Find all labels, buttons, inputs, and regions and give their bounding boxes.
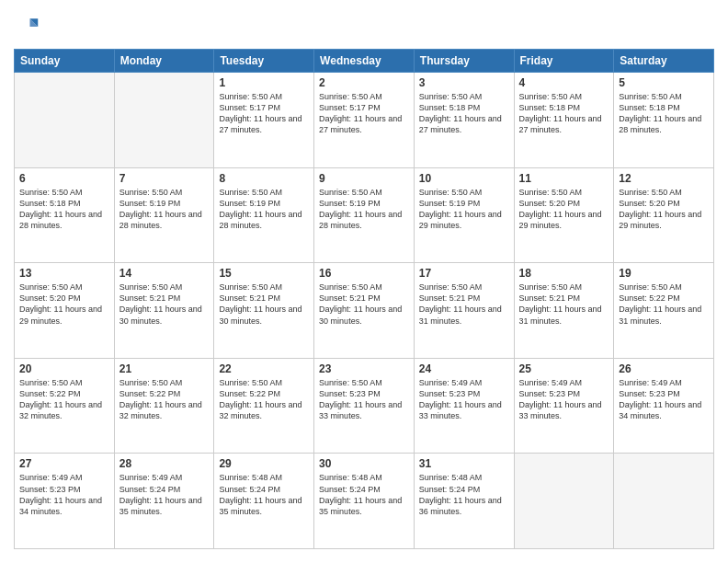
calendar-header-row: SundayMondayTuesdayWednesdayThursdayFrid… [15, 50, 714, 73]
week-row-2: 6Sunrise: 5:50 AM Sunset: 5:18 PM Daylig… [15, 167, 714, 263]
calendar-header-saturday: Saturday [614, 50, 714, 73]
day-info: Sunrise: 5:50 AM Sunset: 5:20 PM Dayligh… [519, 187, 609, 232]
day-number: 15 [219, 267, 309, 280]
day-number: 24 [419, 362, 509, 375]
calendar-cell [514, 454, 614, 549]
day-number: 1 [219, 76, 309, 89]
day-number: 20 [19, 362, 109, 375]
day-info: Sunrise: 5:50 AM Sunset: 5:21 PM Dayligh… [419, 282, 509, 327]
day-number: 22 [219, 362, 309, 375]
calendar-cell: 9Sunrise: 5:50 AM Sunset: 5:19 PM Daylig… [314, 167, 415, 263]
header [14, 14, 714, 40]
day-info: Sunrise: 5:50 AM Sunset: 5:19 PM Dayligh… [419, 187, 509, 232]
calendar-header-thursday: Thursday [414, 50, 514, 73]
day-number: 4 [519, 76, 609, 89]
calendar-cell: 14Sunrise: 5:50 AM Sunset: 5:21 PM Dayli… [114, 263, 214, 359]
day-info: Sunrise: 5:49 AM Sunset: 5:24 PM Dayligh… [119, 472, 210, 517]
calendar-cell: 22Sunrise: 5:50 AM Sunset: 5:22 PM Dayli… [214, 358, 314, 454]
day-info: Sunrise: 5:49 AM Sunset: 5:23 PM Dayligh… [519, 377, 609, 422]
calendar-cell: 26Sunrise: 5:49 AM Sunset: 5:23 PM Dayli… [614, 358, 714, 454]
day-number: 3 [419, 76, 509, 89]
day-info: Sunrise: 5:50 AM Sunset: 5:22 PM Dayligh… [619, 282, 709, 327]
calendar-cell: 29Sunrise: 5:48 AM Sunset: 5:24 PM Dayli… [214, 454, 314, 549]
day-number: 2 [319, 76, 409, 89]
day-number: 6 [19, 172, 109, 185]
calendar-header-friday: Friday [514, 50, 614, 73]
day-number: 23 [319, 362, 409, 375]
calendar-cell: 13Sunrise: 5:50 AM Sunset: 5:20 PM Dayli… [15, 263, 115, 359]
calendar-cell: 18Sunrise: 5:50 AM Sunset: 5:21 PM Dayli… [514, 263, 614, 359]
day-info: Sunrise: 5:48 AM Sunset: 5:24 PM Dayligh… [419, 472, 509, 517]
week-row-1: 1Sunrise: 5:50 AM Sunset: 5:17 PM Daylig… [15, 73, 714, 168]
day-number: 27 [19, 457, 109, 470]
day-info: Sunrise: 5:50 AM Sunset: 5:18 PM Dayligh… [619, 91, 709, 136]
calendar-cell: 7Sunrise: 5:50 AM Sunset: 5:19 PM Daylig… [114, 167, 214, 263]
day-number: 31 [419, 457, 509, 470]
week-row-5: 27Sunrise: 5:49 AM Sunset: 5:23 PM Dayli… [15, 454, 714, 549]
calendar-cell: 28Sunrise: 5:49 AM Sunset: 5:24 PM Dayli… [114, 454, 214, 549]
page: SundayMondayTuesdayWednesdayThursdayFrid… [0, 0, 728, 563]
day-number: 28 [119, 457, 210, 470]
calendar-header-wednesday: Wednesday [314, 50, 415, 73]
day-info: Sunrise: 5:49 AM Sunset: 5:23 PM Dayligh… [619, 377, 709, 422]
day-info: Sunrise: 5:50 AM Sunset: 5:20 PM Dayligh… [619, 187, 709, 232]
day-number: 18 [519, 267, 609, 280]
calendar-cell: 12Sunrise: 5:50 AM Sunset: 5:20 PM Dayli… [614, 167, 714, 263]
day-info: Sunrise: 5:50 AM Sunset: 5:20 PM Dayligh… [19, 282, 109, 327]
week-row-4: 20Sunrise: 5:50 AM Sunset: 5:22 PM Dayli… [15, 358, 714, 454]
day-info: Sunrise: 5:50 AM Sunset: 5:21 PM Dayligh… [519, 282, 609, 327]
calendar-cell: 11Sunrise: 5:50 AM Sunset: 5:20 PM Dayli… [514, 167, 614, 263]
day-number: 26 [619, 362, 709, 375]
calendar-cell: 1Sunrise: 5:50 AM Sunset: 5:17 PM Daylig… [214, 73, 314, 168]
day-info: Sunrise: 5:50 AM Sunset: 5:21 PM Dayligh… [219, 282, 309, 327]
day-info: Sunrise: 5:50 AM Sunset: 5:22 PM Dayligh… [119, 377, 210, 422]
day-number: 7 [119, 172, 210, 185]
day-info: Sunrise: 5:50 AM Sunset: 5:18 PM Dayligh… [419, 91, 509, 136]
calendar-cell: 19Sunrise: 5:50 AM Sunset: 5:22 PM Dayli… [614, 263, 714, 359]
day-number: 25 [519, 362, 609, 375]
calendar-cell [614, 454, 714, 549]
calendar-cell: 21Sunrise: 5:50 AM Sunset: 5:22 PM Dayli… [114, 358, 214, 454]
calendar-cell: 2Sunrise: 5:50 AM Sunset: 5:17 PM Daylig… [314, 73, 415, 168]
calendar-cell: 24Sunrise: 5:49 AM Sunset: 5:23 PM Dayli… [414, 358, 514, 454]
calendar-cell: 4Sunrise: 5:50 AM Sunset: 5:18 PM Daylig… [514, 73, 614, 168]
calendar-cell: 16Sunrise: 5:50 AM Sunset: 5:21 PM Dayli… [314, 263, 415, 359]
calendar-cell: 15Sunrise: 5:50 AM Sunset: 5:21 PM Dayli… [214, 263, 314, 359]
day-info: Sunrise: 5:50 AM Sunset: 5:18 PM Dayligh… [519, 91, 609, 136]
calendar-body: 1Sunrise: 5:50 AM Sunset: 5:17 PM Daylig… [15, 73, 714, 549]
calendar-cell: 27Sunrise: 5:49 AM Sunset: 5:23 PM Dayli… [15, 454, 115, 549]
day-number: 14 [119, 267, 210, 280]
calendar-cell: 10Sunrise: 5:50 AM Sunset: 5:19 PM Dayli… [414, 167, 514, 263]
calendar-header-monday: Monday [114, 50, 214, 73]
day-number: 10 [419, 172, 509, 185]
calendar-cell: 17Sunrise: 5:50 AM Sunset: 5:21 PM Dayli… [414, 263, 514, 359]
day-info: Sunrise: 5:50 AM Sunset: 5:21 PM Dayligh… [119, 282, 210, 327]
day-info: Sunrise: 5:50 AM Sunset: 5:22 PM Dayligh… [219, 377, 309, 422]
day-info: Sunrise: 5:50 AM Sunset: 5:19 PM Dayligh… [119, 187, 210, 232]
day-number: 5 [619, 76, 709, 89]
calendar-cell: 3Sunrise: 5:50 AM Sunset: 5:18 PM Daylig… [414, 73, 514, 168]
day-info: Sunrise: 5:50 AM Sunset: 5:22 PM Dayligh… [19, 377, 109, 422]
calendar-header-tuesday: Tuesday [214, 50, 314, 73]
day-info: Sunrise: 5:50 AM Sunset: 5:17 PM Dayligh… [319, 91, 409, 136]
day-info: Sunrise: 5:50 AM Sunset: 5:21 PM Dayligh… [319, 282, 409, 327]
calendar-cell: 5Sunrise: 5:50 AM Sunset: 5:18 PM Daylig… [614, 73, 714, 168]
day-info: Sunrise: 5:50 AM Sunset: 5:18 PM Dayligh… [19, 187, 109, 232]
calendar-cell: 31Sunrise: 5:48 AM Sunset: 5:24 PM Dayli… [414, 454, 514, 549]
day-number: 11 [519, 172, 609, 185]
day-info: Sunrise: 5:49 AM Sunset: 5:23 PM Dayligh… [419, 377, 509, 422]
calendar-cell: 8Sunrise: 5:50 AM Sunset: 5:19 PM Daylig… [214, 167, 314, 263]
calendar-cell [114, 73, 214, 168]
logo [14, 14, 43, 40]
day-info: Sunrise: 5:50 AM Sunset: 5:19 PM Dayligh… [219, 187, 309, 232]
day-number: 8 [219, 172, 309, 185]
day-number: 21 [119, 362, 210, 375]
calendar-cell: 30Sunrise: 5:48 AM Sunset: 5:24 PM Dayli… [314, 454, 415, 549]
day-info: Sunrise: 5:49 AM Sunset: 5:23 PM Dayligh… [19, 472, 109, 517]
day-info: Sunrise: 5:50 AM Sunset: 5:19 PM Dayligh… [319, 187, 409, 232]
day-number: 13 [19, 267, 109, 280]
day-info: Sunrise: 5:48 AM Sunset: 5:24 PM Dayligh… [319, 472, 409, 517]
day-number: 30 [319, 457, 409, 470]
day-number: 29 [219, 457, 309, 470]
calendar-header-sunday: Sunday [15, 50, 115, 73]
